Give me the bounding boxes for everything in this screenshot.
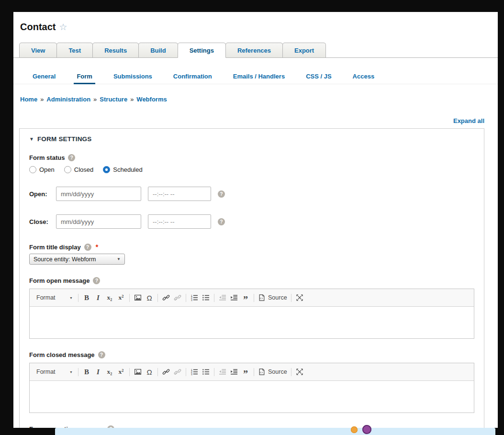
editor-toolbar-slot: Format ▼ B I x₂ x² Ω 123 [30, 363, 474, 381]
italic-button[interactable]: I [92, 292, 104, 303]
subtab-submissions[interactable]: Submissions [103, 68, 163, 84]
form-settings-fieldset: ▼ FORM SETTINGS Form status ? Open Close… [19, 128, 484, 428]
page-header: Contact ☆ [20, 22, 498, 33]
breadcrumb-separator: » [40, 96, 44, 103]
help-icon[interactable]: ? [218, 218, 225, 225]
subscript-button[interactable]: x₂ [104, 292, 115, 303]
format-dropdown-label: Format [36, 368, 56, 375]
radio-button-icon[interactable] [64, 166, 71, 173]
source-button[interactable]: Source [257, 366, 289, 378]
subtab-general[interactable]: General [22, 68, 66, 84]
subtab-css-js[interactable]: CSS / JS [295, 68, 342, 84]
tab-build[interactable]: Build [138, 43, 178, 57]
form-status-label-row: Form status ? [29, 154, 474, 161]
tab-export[interactable]: Export [282, 43, 326, 57]
tab-results[interactable]: Results [92, 43, 139, 57]
tab-view-label: View [31, 47, 45, 54]
tab-references-label: References [237, 47, 271, 54]
subtab-form[interactable]: Form [66, 68, 103, 84]
outdent-icon [217, 366, 228, 378]
superscript-button[interactable]: x² [115, 292, 127, 303]
breadcrumb-home[interactable]: Home [20, 96, 37, 103]
toolbar-separator [214, 294, 214, 302]
subscript-button[interactable]: x₂ [104, 366, 115, 378]
tab-results-label: Results [104, 47, 127, 54]
close-time-input[interactable] [148, 214, 211, 229]
toolbar-separator [129, 368, 130, 376]
link-icon[interactable] [160, 292, 172, 303]
radio-open[interactable]: Open [29, 166, 55, 173]
maximize-icon[interactable] [294, 366, 305, 378]
numbered-list-icon[interactable]: 123 [189, 292, 200, 303]
subtab-emails-handlers[interactable]: Emails / Handlers [223, 68, 295, 84]
format-dropdown-label: Format [36, 294, 56, 301]
form-closed-message-field: Form closed message ? Format ▼ B I x₂ x²… [29, 351, 474, 413]
toolbar-separator [157, 294, 158, 302]
tab-test[interactable]: Test [56, 43, 93, 57]
open-date-input[interactable] [56, 187, 141, 201]
format-dropdown[interactable]: Format ▼ [34, 366, 76, 378]
form-title-display-label-row: Form title display ? * [29, 243, 474, 251]
tab-settings-label: Settings [190, 47, 214, 54]
blockquote-button[interactable]: ” [240, 368, 251, 379]
editor-toolbar-slot: Format ▼ B I x₂ x² Ω 123 [30, 289, 474, 307]
help-icon[interactable]: ? [68, 154, 75, 161]
close-date-input[interactable] [56, 214, 141, 229]
subtab-access[interactable]: Access [342, 68, 385, 84]
superscript-button[interactable]: x² [115, 366, 127, 378]
rich-text-area[interactable] [30, 381, 474, 413]
help-icon[interactable]: ? [93, 277, 100, 284]
webform-settings-page: Contact ☆ View Test Results Build Settin… [13, 12, 498, 428]
radio-button-icon[interactable] [103, 166, 110, 173]
indent-icon[interactable] [228, 292, 240, 303]
format-dropdown[interactable]: Format ▼ [34, 292, 76, 303]
form-closed-message-label-row: Form closed message ? [29, 351, 474, 358]
breadcrumb: Home»Administration»Structure»Webforms [20, 96, 498, 103]
source-button-label: Source [268, 368, 287, 375]
help-icon[interactable]: ? [218, 190, 225, 198]
background-window-edge [55, 428, 495, 435]
breadcrumb-structure[interactable]: Structure [100, 96, 127, 103]
source-document-icon [258, 294, 266, 301]
chevron-down-icon: ▼ [69, 296, 73, 300]
radio-closed[interactable]: Closed [64, 166, 93, 173]
special-character-button[interactable]: Ω [144, 292, 155, 303]
radio-closed-label: Closed [74, 166, 93, 173]
tab-settings[interactable]: Settings [178, 43, 226, 58]
breadcrumb-administration[interactable]: Administration [46, 96, 90, 103]
radio-scheduled[interactable]: Scheduled [103, 166, 142, 173]
bulleted-list-icon[interactable] [200, 292, 212, 303]
rich-text-area[interactable] [30, 307, 474, 338]
favorite-star-icon[interactable]: ☆ [59, 22, 67, 33]
maximize-icon[interactable] [294, 292, 305, 303]
toolbar-separator [78, 294, 78, 302]
source-button[interactable]: Source [257, 292, 289, 303]
image-icon[interactable] [132, 292, 144, 303]
tab-references[interactable]: References [225, 43, 283, 57]
source-button-label: Source [268, 294, 287, 301]
numbered-list-icon[interactable]: 123 [189, 366, 200, 378]
bold-button[interactable]: B [81, 292, 92, 303]
form-title-display-select[interactable]: Source entity: Webform ▼ [29, 254, 125, 265]
form-settings-summary[interactable]: ▼ FORM SETTINGS [29, 135, 474, 143]
image-icon[interactable] [132, 366, 144, 378]
open-time-input[interactable] [148, 187, 211, 201]
bold-button[interactable]: B [81, 366, 92, 378]
radio-button-icon[interactable] [29, 166, 36, 173]
indent-icon[interactable] [228, 366, 240, 378]
blockquote-button[interactable]: ” [240, 294, 251, 305]
expand-all-link[interactable]: Expand all [453, 117, 484, 124]
link-icon[interactable] [160, 366, 172, 378]
page-title: Contact [20, 22, 56, 33]
special-character-button[interactable]: Ω [144, 366, 155, 378]
form-status-label: Form status [29, 154, 65, 161]
form-settings-legend: FORM SETTINGS [37, 135, 92, 143]
italic-button[interactable]: I [92, 366, 104, 378]
tab-view[interactable]: View [19, 43, 57, 57]
help-icon[interactable]: ? [84, 244, 91, 251]
breadcrumb-webforms[interactable]: Webforms [136, 96, 167, 103]
subtab-confirmation[interactable]: Confirmation [163, 68, 223, 84]
help-icon[interactable]: ? [98, 351, 105, 358]
required-marker: * [96, 243, 98, 251]
bulleted-list-icon[interactable] [200, 366, 212, 378]
